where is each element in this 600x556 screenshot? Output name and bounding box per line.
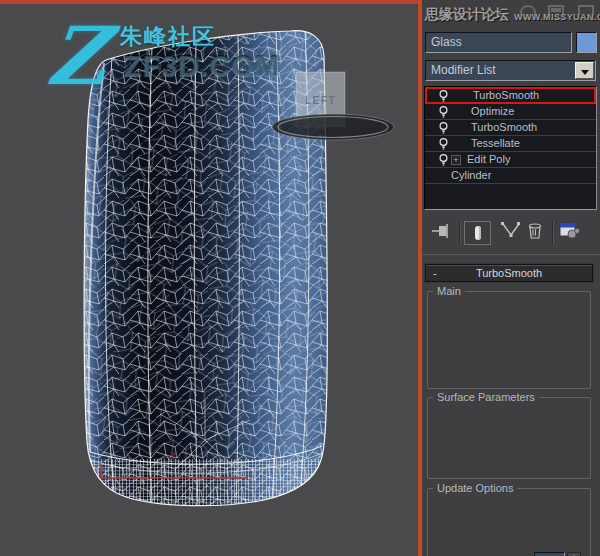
make-unique-button[interactable] (500, 221, 522, 245)
lightbulb-icon[interactable] (437, 137, 450, 151)
group-surface-label: Surface Parameters (433, 391, 539, 404)
configure-sets-icon (559, 221, 581, 241)
toolbar-separator (459, 221, 461, 244)
watermark-missyuan: 思缘设计论坛 WWW.MISSYUAN.COM (424, 2, 598, 28)
modifier-stack: TurboSmooth Optimize TurboSmooth Tessell… (424, 86, 597, 210)
group-update-label: Update Options (433, 482, 517, 495)
rollout-title: TurboSmooth (476, 267, 542, 279)
rollout-section: - TurboSmooth Main Iterations: 1 ✓ Rende… (422, 254, 600, 556)
missyuan-domain: WWW.MISSYUAN.COM (514, 12, 600, 22)
lightbulb-icon[interactable] (437, 121, 450, 135)
viewport-active-border-right[interactable] (418, 0, 422, 556)
cylinder-wireframe-object[interactable]: LEFT (0, 0, 421, 556)
globe-icon (520, 5, 536, 20)
expand-plus-icon[interactable]: + (451, 155, 461, 165)
hammer-icon (578, 5, 594, 20)
collapse-minus-icon[interactable]: - (433, 265, 445, 281)
make-unique-icon (500, 221, 522, 239)
configure-modifier-sets-button[interactable] (559, 221, 581, 245)
stack-toolbar (422, 219, 600, 247)
toolbar-separator (552, 221, 554, 244)
group-main: Main (427, 291, 591, 389)
modifier-list-label: Modifier List (431, 63, 496, 77)
stack-item-edit-poly[interactable]: + Edit Poly (425, 152, 596, 168)
object-color-swatch[interactable] (576, 32, 597, 53)
monitor-icon (548, 5, 564, 20)
trash-icon (526, 221, 544, 241)
group-main-label: Main (433, 285, 465, 298)
pin-icon (430, 221, 454, 241)
show-end-result-button[interactable] (464, 221, 491, 245)
max-ui-screen: LEFT Z 朱峰社区 ZF3D.COM 思缘设计论坛 WWW.MISSYUAN… (0, 0, 600, 556)
lightbulb-icon[interactable] (437, 153, 450, 167)
stack-item-optimize[interactable]: Optimize (425, 104, 596, 120)
missyuan-title: 思缘设计论坛 (425, 6, 509, 24)
show-end-result-icon (475, 226, 481, 240)
stack-item-turbosmooth-1[interactable]: TurboSmooth (425, 87, 596, 104)
command-panel: 思缘设计论坛 WWW.MISSYUAN.COM Glass Modifier L… (422, 0, 600, 556)
viewport-active-border-top (0, 0, 421, 4)
stack-item-turbosmooth-2[interactable]: TurboSmooth (425, 120, 596, 136)
pin-stack-button[interactable] (430, 221, 454, 245)
viewcube-face-label: LEFT (305, 95, 336, 106)
object-name-field[interactable]: Glass (425, 32, 572, 53)
viewport-left[interactable]: LEFT Z 朱峰社区 ZF3D.COM (0, 0, 421, 556)
object-name-value: Glass (431, 35, 462, 49)
group-surface-parameters: Surface Parameters (427, 397, 591, 479)
stack-item-tessellate[interactable]: Tessellate (425, 136, 596, 152)
rollout-header-turbosmooth[interactable]: - TurboSmooth (425, 264, 593, 282)
lightbulb-icon[interactable] (437, 105, 450, 119)
stack-item-cylinder[interactable]: Cylinder (425, 168, 596, 184)
remove-modifier-button[interactable] (526, 221, 544, 245)
lightbulb-icon[interactable] (437, 89, 450, 103)
group-update-options: Update Options (427, 488, 591, 556)
dropdown-arrow-button[interactable] (575, 62, 594, 79)
modifier-list-dropdown[interactable]: Modifier List (425, 60, 596, 81)
chevron-down-icon (581, 70, 589, 75)
